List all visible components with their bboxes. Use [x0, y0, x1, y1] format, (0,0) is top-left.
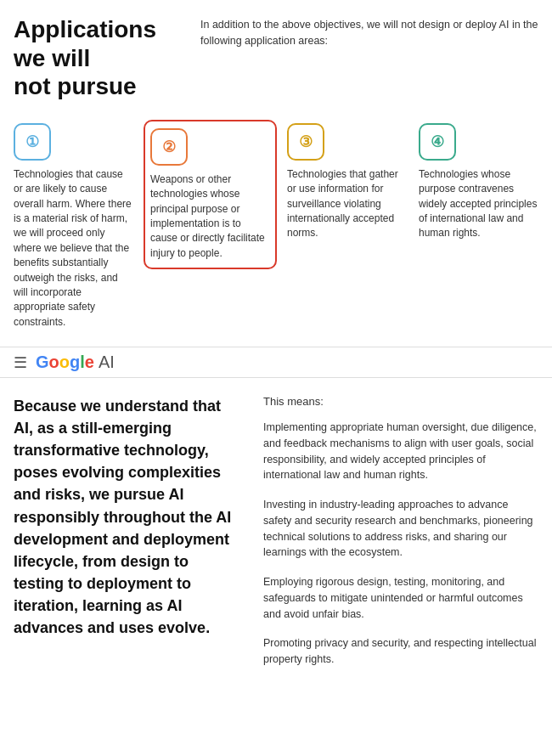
card-1-icon: ① [14, 123, 51, 161]
card-1-text: Technologies that cause or are likely to… [14, 167, 133, 330]
intro-text: In addition to the above objectives, we … [200, 17, 538, 49]
google-logo[interactable]: Google AI [36, 353, 115, 372]
means-item-3: Employing rigorous design, testing, moni… [263, 574, 538, 622]
top-section: Applications we will not pursue In addit… [0, 0, 552, 111]
card-3-text: Technologies that gather or use informat… [287, 167, 407, 241]
means-item-2: Investing in industry-leading approaches… [263, 497, 538, 561]
bottom-section: Because we understand that AI, as a stil… [0, 378, 552, 698]
ai-label: AI [99, 353, 115, 372]
card-2-text: Weapons or other technologies whose prin… [150, 172, 270, 261]
card-3-icon: ③ [287, 123, 324, 161]
hamburger-icon[interactable]: ☰ [14, 353, 27, 372]
card-4: ④ Technologies whose purpose contravenes… [417, 120, 540, 245]
bottom-quote: Because we understand that AI, as a stil… [14, 395, 243, 639]
card-2: ② Weapons or other technologies whose pr… [144, 120, 277, 269]
card-3: ③ Technologies that gather or use inform… [285, 120, 408, 245]
card-2-icon: ② [150, 128, 188, 166]
title-block: Applications we will not pursue [14, 15, 183, 101]
bottom-right: This means: Implementing appropriate hum… [263, 395, 538, 681]
page-title: Applications we will not pursue [14, 15, 183, 101]
intro-block: In addition to the above objectives, we … [200, 15, 538, 101]
cards-row: ① Technologies that cause or are likely … [0, 111, 552, 347]
divider-bar: ☰ Google AI [0, 347, 552, 378]
means-item-1: Implementing appropriate human oversight… [263, 420, 538, 483]
card-4-icon: ④ [419, 123, 456, 161]
means-item-4: Promoting privacy and security, and resp… [263, 635, 538, 668]
card-4-text: Technologies whose purpose contravenes w… [419, 167, 538, 241]
bottom-left: Because we understand that AI, as a stil… [14, 395, 243, 681]
this-means-label: This means: [263, 395, 538, 408]
card-1: ① Technologies that cause or are likely … [12, 120, 135, 333]
